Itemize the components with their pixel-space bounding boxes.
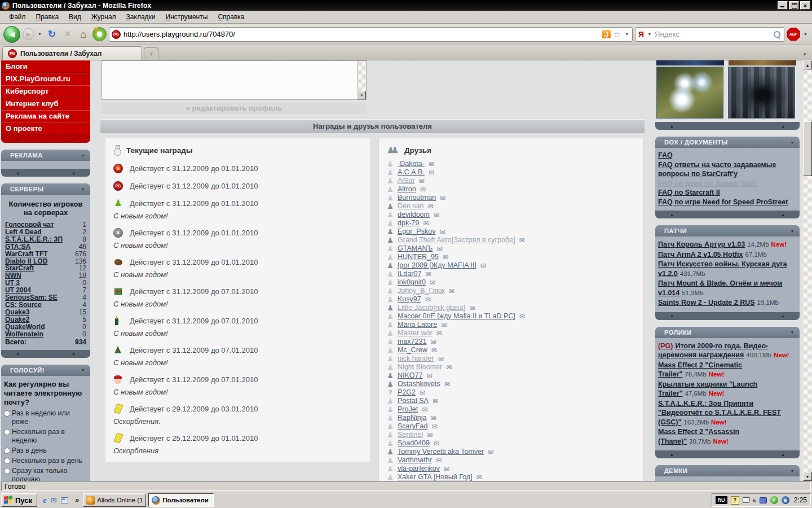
poll-option[interactable]: Несколько раз в неделю [4,428,87,445]
search-engine-dropdown-icon[interactable]: ▼ [646,32,652,36]
send-message-icon[interactable]: ✉ [419,178,425,185]
patch-link[interactable]: Saints Row 2 - Update 2 RUS [658,299,755,306]
site-nav-item[interactable]: Киберспорт [1,85,90,98]
send-message-icon[interactable]: ✉ [443,254,448,261]
friend-link[interactable]: Igor 2009 [Жду MAFIA II] [398,261,476,270]
doc-link[interactable]: FAQ по игре Need for Speed ProStreet [658,198,797,207]
server-link[interactable]: QuakeWorld [5,323,45,331]
stop-button[interactable]: × [61,28,74,41]
server-link[interactable]: Quake2 [5,316,29,323]
friend-link[interactable]: Postal SA [398,397,429,405]
toolbar-overflow-icon[interactable]: ▼ [802,32,809,36]
antivirus-tray-icon[interactable]: ✓ [770,496,778,504]
friend-link[interactable]: Johny_B_Глюк [398,287,445,295]
send-message-icon[interactable]: ✉ [422,406,427,413]
friend-link[interactable]: Master wor [398,329,433,338]
start-button[interactable]: Пуск [1,493,37,507]
server-link[interactable]: Голосовой чат [5,221,54,229]
server-link[interactable]: Quake3 [5,309,29,316]
send-message-icon[interactable]: ✉ [429,169,434,176]
friend-link[interactable]: ProJet [398,405,418,414]
menu-item[interactable]: Журнал [87,11,121,23]
minimize-button[interactable] [778,1,788,10]
servers-panel-header[interactable]: СЕРВЕРЫ [1,183,90,195]
friend-link[interactable]: Burnoutman [398,194,436,202]
refresh-button[interactable]: ↻ [45,28,59,41]
friend-link[interactable]: Sentinel [398,431,423,439]
poll-option[interactable]: Сразу как только получаю [4,467,87,481]
profile-box-scrollbar[interactable]: ▼ [357,61,366,99]
send-message-icon[interactable]: ✉ [430,339,436,345]
send-message-icon[interactable]: ✉ [436,457,442,464]
tab-list-dropdown-icon[interactable]: ▼ [800,49,810,60]
scrollbar-thumb[interactable] [803,121,812,176]
friend-link[interactable]: max7231 [398,338,426,346]
menu-item[interactable]: Закладки [122,11,160,23]
back-button[interactable]: ◀ [3,26,20,43]
avira-tray-icon[interactable]: a [782,496,789,504]
videos-panel-header[interactable]: РОЛИКИ [655,327,800,338]
restore-button[interactable] [789,1,799,10]
friend-link[interactable]: Den san [398,202,424,211]
friend-link[interactable]: RapNinja [398,414,426,422]
menu-item[interactable]: Файл [5,11,30,23]
screenshots-collapse-bar[interactable] [655,122,800,130]
friend-link[interactable]: Mc_Crew [398,346,427,354]
friend-link[interactable]: Maria Latore [398,321,437,329]
radio-button-icon[interactable] [4,429,10,435]
taskbar-task-button[interactable]: Пользователи / За... [148,493,214,507]
edit-profile-button[interactable]: » редактировать профиль [102,103,367,114]
send-message-icon[interactable]: ✉ [446,364,452,371]
friend-link[interactable]: A.C.A.B. [398,168,425,177]
patches-panel-collapse-bar[interactable] [655,312,800,320]
new-tab-button[interactable]: + [144,47,158,60]
send-message-icon[interactable]: ✉ [423,220,429,227]
ads-panel-header[interactable]: РЕКЛАМА [1,150,90,161]
patch-link[interactable]: Патч Король Артур v1.03 [658,240,745,248]
send-message-icon[interactable]: ✉ [480,262,486,269]
friend-link[interactable]: vla-parfenkov [398,465,440,473]
send-message-icon[interactable]: ✉ [519,237,524,244]
page-scrollbar[interactable]: ▲ ▼ [803,60,812,481]
friend-link[interactable]: Egor_Pskov [398,227,435,236]
send-message-icon[interactable]: ✉ [441,322,447,329]
rss-icon[interactable] [602,30,611,38]
send-message-icon[interactable]: ✉ [420,186,426,193]
send-message-icon[interactable]: ✉ [449,288,454,295]
friend-link[interactable]: Little Jacob[nik gtasa] [398,304,465,312]
send-message-icon[interactable]: ✉ [427,432,433,439]
doc-link[interactable]: FAQ по Starcraft II [658,188,797,198]
send-message-icon[interactable]: ✉ [425,296,431,303]
send-message-icon[interactable]: ✉ [444,381,450,388]
send-message-icon[interactable]: ✉ [434,440,439,447]
show-desktop-icon[interactable] [61,497,68,503]
send-message-icon[interactable]: ✉ [420,389,425,396]
bookmark-star-icon[interactable]: ☆ [614,30,621,38]
demos-panel-header[interactable]: ДЕМКИ [655,465,800,476]
language-indicator[interactable]: RU [716,496,727,504]
tray-collapse-icon[interactable]: « [753,497,756,503]
friend-link[interactable]: Grand Theft Aero[Застрял в сугробе] [398,236,515,244]
menu-item[interactable]: Вид [64,11,86,23]
send-message-icon[interactable]: ✉ [430,279,435,286]
poll-option[interactable]: Несколько раз в день [4,457,87,465]
friend-link[interactable]: Ostashkovets [398,380,440,388]
site-nav-item[interactable]: Блоги [1,60,90,73]
patch-link[interactable]: Патч Искусство войны. Курская дуга v1.2.… [658,260,787,278]
address-bar[interactable]: PG ☆ ▼ [109,27,633,42]
server-link[interactable]: GTA:SA [5,243,30,251]
url-dropdown-icon[interactable]: ▼ [624,32,630,36]
history-dropdown-icon[interactable]: ▼ [37,32,43,36]
site-nav-item[interactable]: PIX.PlayGround.ru [1,73,90,85]
friend-link[interactable]: Maccer 0nE [жду Mafia II и TLaD PC] [398,312,515,321]
send-message-icon[interactable]: ✉ [438,356,444,362]
playground-extension-icon[interactable] [92,27,107,41]
send-message-icon[interactable]: ✉ [436,330,442,337]
friend-link[interactable]: ILdar07 [398,270,421,278]
tab-active[interactable]: PG Пользователи / Забухал [2,46,142,60]
doc-link[interactable]: FAQ [658,151,797,160]
video-link[interactable]: Крылатые хищники "Launch Trailer" [658,380,757,398]
send-message-icon[interactable]: ✉ [430,415,436,422]
patch-link[interactable]: Патч Mount & Blade. Огнём и мечом v1.014 [658,279,782,297]
scroll-down-icon[interactable]: ▼ [803,472,812,481]
